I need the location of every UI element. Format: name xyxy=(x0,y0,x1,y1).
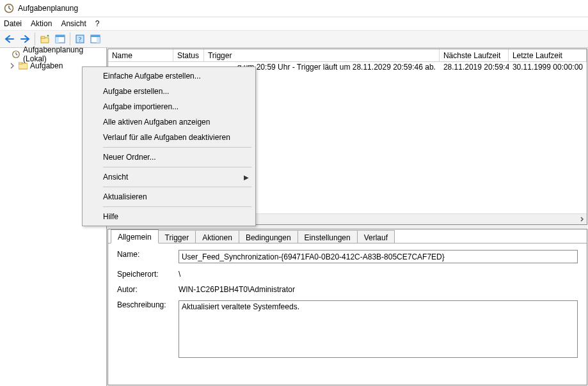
menu-action[interactable]: Aktion xyxy=(31,19,52,28)
task-list-header: Name Status Trigger Nächste Laufzeit Let… xyxy=(108,49,587,62)
column-status[interactable]: Status xyxy=(173,49,204,61)
menu-disable-history[interactable]: Verlauf für alle Aufgaben deaktivieren xyxy=(84,130,254,145)
author-value: WIN-1C26P1BH4T0\Administrator xyxy=(179,285,295,294)
svg-rect-11 xyxy=(91,35,100,37)
description-field[interactable]: Aktualisiert veraltete Systemfeeds. xyxy=(179,300,578,358)
help-button[interactable]: ? xyxy=(73,32,87,46)
column-trigger[interactable]: Trigger xyxy=(204,49,440,61)
svg-rect-17 xyxy=(19,62,22,64)
column-last-run[interactable]: Letzte Laufzeit xyxy=(509,49,587,61)
menu-separator xyxy=(103,206,251,207)
tab-settings[interactable]: Einstellungen xyxy=(298,230,358,243)
menu-view-submenu[interactable]: Ansicht ▶ xyxy=(84,169,254,185)
actions-pane-button[interactable] xyxy=(88,32,102,46)
tab-general[interactable]: Allgemein xyxy=(111,229,159,243)
menu-create-task[interactable]: Aufgabe erstellen... xyxy=(84,84,254,99)
toolbar-separator-2 xyxy=(70,33,70,45)
tab-bar: Allgemein Trigger Aktionen Bedingungen E… xyxy=(108,229,587,243)
cell-next-run: 28.11.2019 20:59:46 xyxy=(440,62,509,73)
window-title: Aufgabenplanung xyxy=(18,4,78,13)
menu-view-label: Ansicht xyxy=(103,173,128,181)
svg-rect-6 xyxy=(56,35,65,37)
menu-view[interactable]: Ansicht xyxy=(61,19,86,28)
menu-show-active[interactable]: Alle aktiven Aufgaben anzeigen xyxy=(84,114,254,130)
task-details: Allgemein Trigger Aktionen Bedingungen E… xyxy=(107,229,587,385)
column-name[interactable]: Name xyxy=(108,49,173,61)
svg-rect-7 xyxy=(56,37,59,43)
location-value: \ xyxy=(179,270,180,279)
menu-help[interactable]: ? xyxy=(95,19,100,28)
menu-separator xyxy=(103,167,251,167)
show-hide-tree-button[interactable] xyxy=(53,32,67,46)
menu-separator xyxy=(103,147,251,148)
tab-actions[interactable]: Aktionen xyxy=(195,230,239,243)
description-label: Beschreibung: xyxy=(117,300,179,309)
menu-help[interactable]: Hilfe xyxy=(84,209,254,224)
tree-root-label: Aufgabenplanung (Lokal) xyxy=(23,45,106,63)
svg-rect-12 xyxy=(97,37,100,43)
tree-root[interactable]: Aufgabenplanung (Lokal) xyxy=(1,49,106,60)
cell-last-run: 30.11.1999 00:00:00 xyxy=(509,62,587,73)
menu-file[interactable]: Datei xyxy=(4,19,22,28)
tab-conditions[interactable]: Bedingungen xyxy=(239,230,298,243)
folder-icon xyxy=(18,61,28,71)
menu-refresh[interactable]: Aktualisieren xyxy=(84,189,254,205)
author-label: Autor: xyxy=(117,285,179,294)
up-button[interactable] xyxy=(38,32,52,46)
menu-create-basic-task[interactable]: Einfache Aufgabe erstellen... xyxy=(84,68,254,84)
svg-rect-4 xyxy=(41,36,45,38)
svg-text:?: ? xyxy=(79,36,82,43)
column-next-run[interactable]: Nächste Laufzeit xyxy=(440,49,509,61)
back-button[interactable] xyxy=(3,32,17,46)
expand-icon[interactable] xyxy=(9,63,18,69)
name-label: Name: xyxy=(117,250,179,259)
forward-button[interactable] xyxy=(18,32,32,46)
menu-separator xyxy=(103,187,251,187)
menu-import-task[interactable]: Aufgabe importieren... xyxy=(84,99,254,114)
task-scheduler-icon xyxy=(12,49,21,59)
menu-new-folder[interactable]: Neuer Ordner... xyxy=(84,150,254,165)
location-label: Speicherort: xyxy=(117,270,179,279)
task-scheduler-icon xyxy=(4,3,14,13)
scroll-right-icon[interactable] xyxy=(576,214,587,225)
title-bar: Aufgabenplanung xyxy=(0,0,588,17)
tab-general-body: Name: Speicherort: \ Autor: WIN-1C26P1BH… xyxy=(108,243,587,385)
toolbar-separator xyxy=(35,33,35,45)
tree-library-label: Aufgaben xyxy=(30,61,63,70)
tab-triggers[interactable]: Trigger xyxy=(158,230,196,243)
context-menu: Einfache Aufgabe erstellen... Aufgabe er… xyxy=(82,66,256,226)
tab-history[interactable]: Verlauf xyxy=(357,230,395,243)
chevron-right-icon: ▶ xyxy=(244,174,249,181)
name-field[interactable] xyxy=(179,250,578,263)
menu-bar: Datei Aktion Ansicht ? xyxy=(0,17,588,30)
